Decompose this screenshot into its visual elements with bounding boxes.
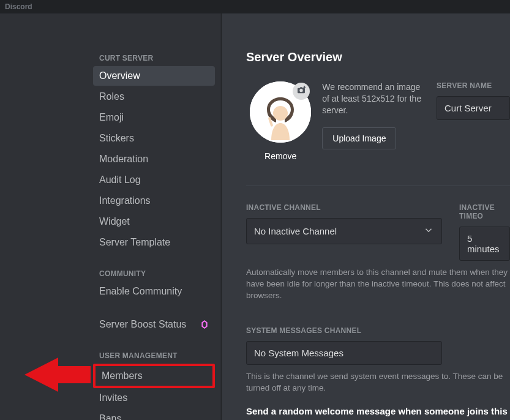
svg-point-4 (273, 106, 288, 121)
boost-gem-icon (200, 320, 209, 329)
sidebar-item-label: Audit Log (99, 174, 141, 186)
chevron-down-icon (423, 225, 434, 238)
divider (246, 186, 510, 186)
page-title: Server Overview (246, 50, 510, 64)
sidebar-item-label: Widget (99, 216, 130, 227)
sidebar-item-members[interactable]: Members (96, 366, 212, 386)
inactive-timeout-label: INACTIVE TIMEO (459, 203, 510, 220)
titlebar: Discord (0, 0, 510, 13)
sidebar-item-label: Integrations (99, 195, 151, 206)
system-messages-select[interactable]: No System Messages (246, 341, 442, 365)
sidebar-item-label: Emoji (99, 112, 124, 123)
sidebar-item-audit-log[interactable]: Audit Log (93, 170, 215, 190)
sidebar-item-label: Server Template (99, 237, 170, 248)
sidebar-item-label: Overview (99, 70, 140, 81)
titlebar-app-label: Discord (5, 2, 32, 11)
server-name-label: SERVER NAME (437, 81, 510, 90)
sidebar-category-server: CURT SERVER (93, 50, 215, 66)
remove-icon-link[interactable]: Remove (246, 151, 315, 161)
annotation-highlight: Members (93, 364, 215, 388)
inactive-channel-select[interactable]: No Inactive Channel (246, 218, 442, 244)
sidebar-item-label: Bans (99, 413, 121, 420)
sidebar-category-community: COMMUNITY (93, 266, 215, 282)
select-value: 5 minutes (467, 233, 502, 254)
system-messages-help: This is the channel we send system event… (246, 371, 510, 394)
sidebar-item-roles[interactable]: Roles (93, 87, 215, 107)
settings-sidebar: CURT SERVER Overview Roles Emoji Sticker… (0, 13, 222, 420)
sidebar-item-invites[interactable]: Invites (93, 388, 215, 408)
sidebar-item-stickers[interactable]: Stickers (93, 129, 215, 148)
svg-marker-2 (24, 358, 91, 392)
sidebar-item-label: Members (102, 370, 143, 381)
system-messages-label: SYSTEM MESSAGES CHANNEL (246, 326, 510, 335)
sidebar-item-emoji[interactable]: Emoji (93, 108, 215, 127)
sidebar-category-user-management: USER MANAGEMENT (93, 348, 215, 364)
sidebar-item-bans[interactable]: Bans (93, 409, 215, 420)
upload-image-icon (293, 83, 310, 100)
inactive-timeout-select[interactable]: 5 minutes (459, 227, 510, 261)
inactive-channel-label: INACTIVE CHANNEL (246, 203, 442, 212)
sidebar-item-label: Server Boost Status (99, 319, 186, 330)
upload-image-button[interactable]: Upload Image (322, 127, 396, 149)
select-value: No Inactive Channel (254, 226, 337, 236)
sidebar-item-label: Moderation (99, 154, 148, 165)
sidebar-item-widget[interactable]: Widget (93, 212, 215, 231)
icon-hint-text: We recommend an image of at least 512x51… (322, 81, 424, 116)
settings-content: Server Overview (222, 13, 510, 420)
sidebar-item-overview[interactable]: Overview (93, 66, 215, 86)
annotation-arrow-icon (24, 356, 92, 393)
sidebar-item-server-template[interactable]: Server Template (93, 233, 215, 252)
sidebar-item-moderation[interactable]: Moderation (93, 149, 215, 169)
select-value: No System Messages (254, 348, 343, 358)
sidebar-item-enable-community[interactable]: Enable Community (93, 282, 215, 301)
sidebar-item-label: Invites (99, 392, 127, 403)
sidebar-item-label: Enable Community (99, 286, 182, 297)
sidebar-item-label: Stickers (99, 133, 134, 144)
sidebar-item-label: Roles (99, 91, 124, 102)
sidebar-item-integrations[interactable]: Integrations (93, 191, 215, 211)
server-icon-uploader[interactable] (250, 81, 311, 143)
server-name-input[interactable] (437, 96, 510, 120)
welcome-message-toggle-label: Send a random welcome message when someo… (246, 406, 510, 420)
inactive-help-text: Automatically move members to this chann… (246, 267, 510, 302)
sidebar-item-server-boost[interactable]: Server Boost Status (93, 315, 215, 334)
